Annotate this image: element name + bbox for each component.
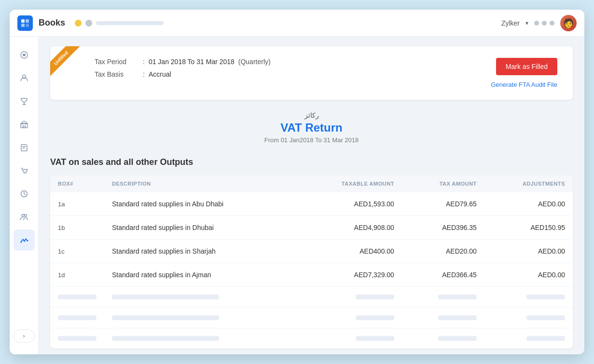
skeleton-cell [402, 308, 484, 328]
svg-point-10 [24, 173, 25, 174]
logo-icon [17, 15, 33, 31]
sidebar-item-time[interactable] [14, 183, 35, 204]
sidebar-item-contacts[interactable] [14, 67, 35, 89]
tax-period-label: Tax Period [95, 58, 143, 66]
col-box: BOX# [50, 175, 104, 192]
sidebar-bottom: › [14, 325, 35, 347]
avatar-image: 🧑 [563, 18, 574, 28]
skeleton-cell [298, 328, 402, 349]
cell-description: Standard rated supplies in Dhubai [104, 216, 298, 240]
svg-point-13 [22, 215, 24, 217]
cell-description: Standard rated supplies in Ajman [104, 263, 298, 287]
sidebar-item-sales[interactable] [14, 137, 35, 158]
cell-description: Standard rated supplies in Abu Dhabi [104, 192, 298, 216]
tax-basis-sep: : [143, 70, 145, 78]
cell-box: 1c [50, 240, 104, 263]
sidebar-item-banking[interactable] [14, 114, 35, 135]
cell-tax-amount: AED396.35 [402, 216, 484, 240]
status-dot-gray [85, 20, 92, 27]
generate-audit-link[interactable]: Generate FTA Audit File [491, 81, 557, 88]
skeleton-cell [50, 308, 104, 328]
wdot-1 [534, 21, 539, 26]
unfilled-ribbon: Unfilled [50, 46, 81, 78]
user-menu[interactable]: Zylker [501, 19, 520, 27]
tax-period-qualifier: (Quarterly) [238, 58, 271, 66]
skeleton-cell [50, 328, 104, 349]
svg-rect-1 [26, 19, 29, 23]
title-bar: Books Zylker ▾ 🧑 [10, 10, 584, 37]
cell-tax-amount: AED79.65 [402, 192, 484, 216]
skeleton-cell [484, 328, 573, 349]
vat-table: BOX# DESCRIPTION TAXABLE AMOUNT TAX AMOU… [50, 175, 573, 349]
cell-taxable: AED7,329.00 [298, 263, 402, 287]
cell-adjustments: AED150.95 [484, 216, 573, 240]
cell-box: 1d [50, 263, 104, 287]
sidebar-item-team[interactable] [14, 206, 35, 228]
tax-basis-row: Tax Basis : Accrual [95, 70, 271, 78]
skeleton-cell [484, 308, 573, 328]
sidebar-item-reports[interactable] [14, 229, 35, 251]
tax-period-row: Tax Period : 01 Jan 2018 To 31 Mar 2018 … [95, 58, 271, 66]
table-row: 1a Standard rated supplies in Abu Dhabi … [50, 192, 573, 216]
sidebar-expand-button[interactable]: › [14, 329, 35, 343]
col-description: DESCRIPTION [104, 175, 298, 192]
svg-point-19 [27, 240, 28, 242]
skeleton-cell [104, 328, 298, 349]
col-adjustments: ADJUSTMENTS [484, 175, 573, 192]
svg-point-11 [26, 173, 27, 174]
avatar[interactable]: 🧑 [560, 15, 577, 31]
svg-point-5 [23, 54, 26, 56]
sidebar-item-purchases[interactable] [14, 160, 35, 181]
skeleton-cell [402, 328, 484, 349]
cell-taxable: AED4,908.00 [298, 216, 402, 240]
skeleton-cell [484, 287, 573, 308]
progress-bar [96, 21, 164, 25]
wdot-2 [542, 21, 547, 26]
status-dot-yellow [75, 20, 82, 27]
skeleton-cell [402, 287, 484, 308]
window-controls [534, 21, 554, 26]
sidebar: › [10, 37, 39, 354]
svg-rect-0 [21, 19, 25, 23]
table-row: 1b Standard rated supplies in Dhubai AED… [50, 216, 573, 240]
svg-point-16 [22, 239, 24, 241]
skeleton-row [50, 287, 573, 308]
svg-point-14 [24, 215, 27, 217]
wdot-3 [550, 21, 554, 26]
section-title: VAT on sales and all other Outputs [50, 157, 573, 167]
tax-period-sep: : [143, 58, 145, 66]
title-bar-center [75, 20, 164, 27]
svg-point-15 [20, 242, 22, 243]
skeleton-row [50, 328, 573, 349]
vat-return-title: VAT Return [50, 121, 573, 135]
user-dropdown-icon[interactable]: ▾ [525, 20, 528, 27]
title-bar-right: Zylker ▾ 🧑 [501, 15, 577, 31]
cell-taxable: AED1,593.00 [298, 192, 402, 216]
tax-basis-value: Accrual [149, 70, 171, 78]
vat-return-header: ركائز VAT Return From 01 Jan2018 To 31 M… [50, 111, 573, 144]
cell-description: Standard rated supplies in Sharjah [104, 240, 298, 263]
svg-rect-9 [25, 125, 26, 128]
title-bar-left: Books [17, 15, 65, 31]
info-fields: Tax Period : 01 Jan 2018 To 31 Mar 2018 … [95, 58, 271, 83]
cell-tax-amount: AED20.00 [402, 240, 484, 263]
table-row: 1c Standard rated supplies in Sharjah AE… [50, 240, 573, 263]
cell-adjustments: AED0.00 [484, 263, 573, 287]
skeleton-row [50, 308, 573, 328]
skeleton-cell [104, 308, 298, 328]
col-taxable: TAXABLE AMOUNT [298, 175, 402, 192]
mark-as-filled-button[interactable]: Mark as Filled [496, 58, 557, 75]
sidebar-item-items[interactable] [14, 91, 35, 112]
svg-rect-2 [21, 24, 25, 27]
main-layout: › Unfilled Tax Period : 01 Jan 2018 To [10, 37, 584, 354]
cell-tax-amount: AED366.45 [402, 263, 484, 287]
app-title: Books [39, 18, 65, 28]
sidebar-item-dashboard[interactable] [14, 44, 35, 66]
cell-adjustments: AED0.00 [484, 240, 573, 263]
cell-taxable: AED400.00 [298, 240, 402, 263]
tax-basis-label: Tax Basis [95, 70, 143, 78]
cell-adjustments: AED0.00 [484, 192, 573, 216]
unfilled-badge: Unfilled [50, 46, 85, 81]
svg-rect-7 [21, 124, 28, 128]
cell-box: 1a [50, 192, 104, 216]
